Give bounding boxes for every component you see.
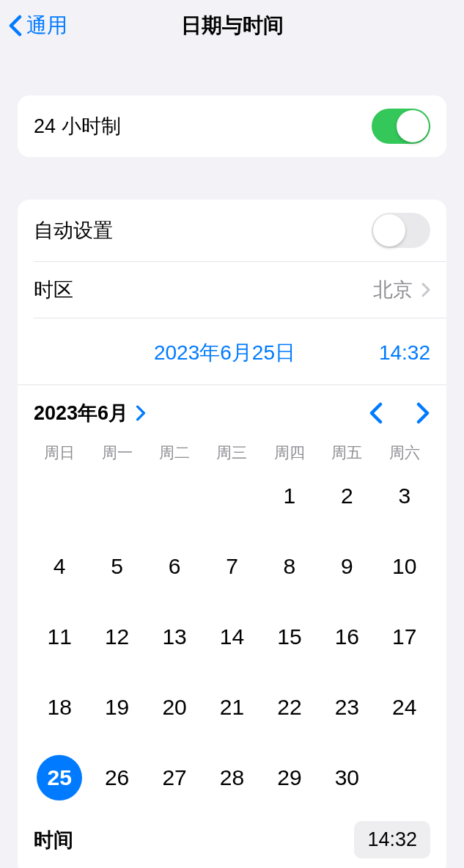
weekday-label: 周三 bbox=[203, 442, 260, 463]
label-time: 时间 bbox=[34, 827, 73, 853]
day-10[interactable]: 10 bbox=[382, 544, 427, 589]
day-13[interactable]: 13 bbox=[152, 614, 197, 660]
day-cell: 30 bbox=[318, 755, 375, 800]
toggle-knob bbox=[397, 110, 429, 142]
section-datetime: 自动设置 时区 北京 2023年6月25日 14:32 2023年6月 bbox=[18, 200, 446, 868]
day-14[interactable]: 14 bbox=[209, 614, 254, 660]
day-empty bbox=[31, 473, 88, 519]
back-button[interactable]: 通用 bbox=[9, 12, 67, 40]
weekday-label: 周四 bbox=[261, 442, 318, 463]
row-24hour: 24 小时制 bbox=[18, 95, 446, 157]
weekday-label: 周一 bbox=[88, 442, 145, 463]
day-cell: 8 bbox=[261, 544, 318, 589]
day-6[interactable]: 6 bbox=[152, 544, 197, 589]
day-29[interactable]: 29 bbox=[267, 755, 312, 800]
day-cell: 29 bbox=[261, 755, 318, 800]
day-cell: 1 bbox=[261, 473, 318, 519]
current-time[interactable]: 14:32 bbox=[379, 341, 430, 365]
day-cell: 4 bbox=[31, 544, 88, 589]
toggle-auto-set[interactable] bbox=[372, 213, 430, 248]
row-current-datetime: 2023年6月25日 14:32 bbox=[18, 318, 446, 384]
day-cell: 27 bbox=[146, 755, 203, 800]
day-cell: 5 bbox=[88, 544, 145, 589]
next-month-button[interactable] bbox=[416, 402, 430, 424]
weekday-label: 周日 bbox=[31, 442, 88, 463]
month-nav bbox=[369, 402, 430, 424]
day-23[interactable]: 23 bbox=[324, 685, 369, 730]
day-cell: 2 bbox=[318, 473, 375, 519]
day-cell: 24 bbox=[376, 685, 433, 730]
day-cell: 3 bbox=[376, 473, 433, 519]
day-cell: 25 bbox=[31, 755, 88, 800]
day-20[interactable]: 20 bbox=[152, 685, 197, 730]
calendar-header: 2023年6月 bbox=[31, 385, 433, 440]
toggle-knob bbox=[373, 214, 405, 247]
day-empty bbox=[88, 473, 145, 519]
day-cell: 12 bbox=[88, 614, 145, 660]
day-9[interactable]: 9 bbox=[324, 544, 369, 589]
day-5[interactable]: 5 bbox=[95, 544, 140, 589]
day-22[interactable]: 22 bbox=[267, 685, 312, 730]
day-cell: 28 bbox=[203, 755, 260, 800]
label-auto-set: 自动设置 bbox=[34, 217, 113, 244]
day-cell: 22 bbox=[261, 685, 318, 730]
day-25[interactable]: 25 bbox=[37, 755, 82, 800]
weekday-label: 周二 bbox=[146, 442, 203, 463]
chevron-right-icon bbox=[136, 405, 146, 421]
day-7[interactable]: 7 bbox=[209, 544, 254, 589]
nav-header: 通用 日期与时间 bbox=[0, 0, 464, 51]
chevron-right-icon bbox=[421, 282, 430, 297]
day-2[interactable]: 2 bbox=[324, 473, 369, 519]
back-label: 通用 bbox=[26, 12, 67, 40]
day-cell: 17 bbox=[376, 614, 433, 660]
calendar: 2023年6月 周日周一周二周三周四周五周六 12345678910111213… bbox=[18, 385, 446, 811]
day-cell: 16 bbox=[318, 614, 375, 660]
value-timezone: 北京 bbox=[373, 277, 430, 303]
day-cell: 13 bbox=[146, 614, 203, 660]
day-1[interactable]: 1 bbox=[267, 473, 312, 519]
day-17[interactable]: 17 bbox=[382, 614, 427, 660]
day-3[interactable]: 3 bbox=[382, 473, 427, 519]
day-18[interactable]: 18 bbox=[37, 685, 82, 730]
time-picker-button[interactable]: 14:32 bbox=[354, 821, 430, 858]
weekday-header: 周日周一周二周三周四周五周六 bbox=[31, 440, 433, 473]
day-15[interactable]: 15 bbox=[267, 614, 312, 660]
month-year-button[interactable]: 2023年6月 bbox=[34, 400, 146, 426]
day-21[interactable]: 21 bbox=[209, 685, 254, 730]
day-19[interactable]: 19 bbox=[95, 685, 140, 730]
day-cell: 6 bbox=[146, 544, 203, 589]
day-4[interactable]: 4 bbox=[37, 544, 82, 589]
day-cell: 14 bbox=[203, 614, 260, 660]
section-24hour: 24 小时制 bbox=[18, 95, 446, 157]
day-cell: 23 bbox=[318, 685, 375, 730]
day-11[interactable]: 11 bbox=[37, 614, 82, 660]
day-30[interactable]: 30 bbox=[324, 755, 369, 800]
toggle-24hour[interactable] bbox=[372, 109, 430, 144]
prev-month-button[interactable] bbox=[369, 402, 383, 424]
chevron-left-icon bbox=[9, 15, 22, 37]
day-26[interactable]: 26 bbox=[95, 755, 140, 800]
weekday-label: 周五 bbox=[318, 442, 375, 463]
day-12[interactable]: 12 bbox=[95, 614, 140, 660]
day-cell: 11 bbox=[31, 614, 88, 660]
day-empty bbox=[203, 473, 260, 519]
day-cell: 18 bbox=[31, 685, 88, 730]
day-cell: 20 bbox=[146, 685, 203, 730]
day-cell: 7 bbox=[203, 544, 260, 589]
label-timezone: 时区 bbox=[34, 277, 73, 303]
day-16[interactable]: 16 bbox=[324, 614, 369, 660]
day-24[interactable]: 24 bbox=[382, 685, 427, 730]
days-grid: 1234567891011121314151617181920212223242… bbox=[31, 473, 433, 811]
day-cell: 9 bbox=[318, 544, 375, 589]
day-cell: 15 bbox=[261, 614, 318, 660]
day-cell: 21 bbox=[203, 685, 260, 730]
row-time: 时间 14:32 bbox=[18, 811, 446, 868]
day-8[interactable]: 8 bbox=[267, 544, 312, 589]
current-date[interactable]: 2023年6月25日 bbox=[117, 339, 295, 367]
day-27[interactable]: 27 bbox=[152, 755, 197, 800]
weekday-label: 周六 bbox=[376, 442, 433, 463]
day-cell: 26 bbox=[88, 755, 145, 800]
month-year-label: 2023年6月 bbox=[34, 400, 128, 426]
day-28[interactable]: 28 bbox=[209, 755, 254, 800]
row-timezone[interactable]: 时区 北京 bbox=[18, 262, 446, 318]
